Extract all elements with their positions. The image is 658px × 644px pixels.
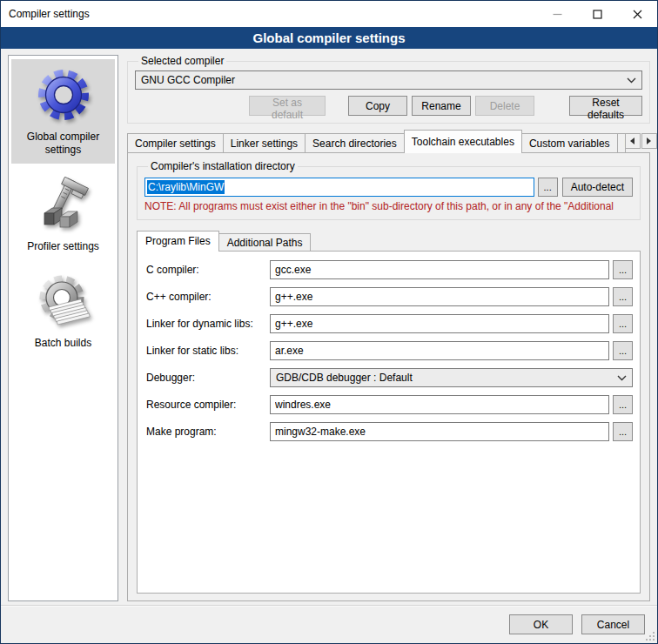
c-compiler-browse-button[interactable]: ... (613, 260, 633, 279)
chevron-down-icon (617, 375, 627, 381)
set-as-default-button[interactable]: Set as default (249, 96, 326, 116)
reset-defaults-button[interactable]: Reset defaults (569, 96, 642, 116)
field-row-make-program: Make program: ... (146, 422, 633, 441)
dialog-content: Global compiler settings (1, 49, 657, 605)
copy-button[interactable]: Copy (348, 96, 407, 116)
tab-compiler-settings[interactable]: Compiler settings (127, 133, 224, 152)
toolchain-executables-page: Compiler's installation directory C:\ray… (127, 152, 650, 601)
minimize-button[interactable] (537, 1, 577, 27)
installation-directory-input[interactable]: C:\raylib\MinGW (144, 178, 534, 197)
settings-tabs: Compiler settings Linker settings Search… (127, 129, 650, 152)
installation-directory-group-label: Compiler's installation directory (148, 160, 298, 172)
bin-subdirectory-note: NOTE: All programs must exist either in … (144, 200, 633, 212)
tab-additional-paths[interactable]: Additional Paths (218, 233, 312, 251)
maximize-icon (593, 10, 602, 19)
field-row-dynamic-linker: Linker for dynamic libs: ... (146, 314, 633, 333)
ok-button[interactable]: OK (509, 614, 573, 634)
selected-compiler-value: GNU GCC Compiler (141, 74, 621, 86)
resize-grip[interactable] (644, 630, 655, 641)
installation-directory-row: C:\raylib\MinGW ... Auto-detect (144, 178, 633, 197)
selected-compiler-group-label: Selected compiler (138, 55, 226, 67)
minimize-icon (553, 10, 562, 19)
browse-directory-button[interactable]: ... (538, 178, 558, 197)
make-program-label: Make program: (146, 426, 270, 438)
debugger-combo[interactable]: GDB/CDB debugger : Default (270, 368, 633, 387)
chevron-down-icon (627, 77, 636, 84)
rename-button[interactable]: Rename (412, 96, 471, 116)
static-linker-label: Linker for static libs: (146, 345, 270, 357)
delete-button[interactable]: Delete (475, 96, 534, 116)
field-row-static-linker: Linker for static libs: ... (146, 341, 633, 360)
c-compiler-input[interactable] (270, 260, 609, 279)
sidebar-item-profiler-settings[interactable]: Profiler settings (11, 169, 115, 260)
arrow-left-icon (630, 138, 634, 144)
dynamic-linker-label: Linker for dynamic libs: (146, 318, 270, 330)
dynamic-linker-input[interactable] (270, 314, 609, 333)
dynamic-linker-browse-button[interactable]: ... (613, 314, 633, 333)
sidebar-item-batch-builds[interactable]: Batch builds (11, 265, 115, 357)
titlebar[interactable]: Compiler settings (1, 1, 657, 27)
program-tabs: Program Files Additional Paths (137, 230, 641, 251)
sidebar-item-global-compiler-settings[interactable]: Global compiler settings (11, 59, 115, 164)
window-title: Compiler settings (1, 8, 90, 20)
resource-compiler-label: Resource compiler: (146, 399, 270, 411)
installation-directory-group: Compiler's installation directory C:\ray… (137, 160, 641, 220)
cancel-button[interactable]: Cancel (581, 614, 645, 634)
auto-detect-button[interactable]: Auto-detect (562, 178, 633, 197)
settings-category-list: Global compiler settings (8, 55, 118, 601)
caption-buttons (537, 1, 657, 27)
sidebar-item-label: Global compiler settings (13, 131, 113, 157)
cpp-compiler-input[interactable] (270, 287, 609, 306)
main-panel: Selected compiler GNU GCC Compiler Set a… (127, 55, 650, 605)
installation-directory-value: C:\raylib\MinGW (147, 180, 225, 194)
field-row-debugger: Debugger: GDB/CDB debugger : Default (146, 368, 633, 387)
close-icon (633, 10, 642, 19)
tab-toolchain-executables[interactable]: Toolchain executables (404, 130, 522, 153)
debugger-value: GDB/CDB debugger : Default (276, 372, 612, 384)
tab-linker-settings[interactable]: Linker settings (223, 133, 306, 152)
resource-compiler-input[interactable] (270, 395, 609, 414)
page-title: Global compiler settings (1, 27, 657, 49)
maximize-button[interactable] (577, 1, 617, 27)
compiler-actions-row: Set as default Copy Rename Delete Reset … (135, 96, 642, 116)
make-program-browse-button[interactable]: ... (613, 422, 633, 441)
dialog-footer: OK Cancel (1, 605, 657, 643)
field-row-resource-compiler: Resource compiler: ... (146, 395, 633, 414)
gear-batch-icon (36, 273, 91, 329)
caliper-icon (36, 177, 91, 232)
field-row-c-compiler: C compiler: ... (146, 260, 633, 279)
sidebar-item-label: Batch builds (35, 337, 91, 350)
compiler-settings-dialog: Compiler settings Global compiler settin… (0, 0, 658, 644)
selected-compiler-group: Selected compiler GNU GCC Compiler Set a… (127, 55, 650, 124)
selected-compiler-combo[interactable]: GNU GCC Compiler (135, 70, 642, 90)
gear-blue-icon (36, 67, 91, 123)
tab-custom-variables[interactable]: Custom variables (521, 133, 618, 152)
tab-scroll-left-button[interactable] (625, 133, 641, 149)
field-row-cpp-compiler: C++ compiler: ... (146, 287, 633, 306)
static-linker-input[interactable] (270, 341, 609, 360)
tab-search-directories[interactable]: Search directories (305, 133, 405, 152)
sidebar-item-label: Profiler settings (27, 240, 99, 253)
tab-scroll-right-button[interactable] (641, 133, 657, 149)
cpp-compiler-browse-button[interactable]: ... (613, 287, 633, 306)
make-program-input[interactable] (270, 422, 609, 441)
tab-scroll-buttons (625, 133, 657, 149)
close-button[interactable] (617, 1, 657, 27)
arrow-right-icon (647, 138, 651, 144)
debugger-label: Debugger: (146, 372, 270, 384)
resource-compiler-browse-button[interactable]: ... (613, 395, 633, 414)
c-compiler-label: C compiler: (146, 264, 270, 276)
static-linker-browse-button[interactable]: ... (613, 341, 633, 360)
cpp-compiler-label: C++ compiler: (146, 291, 270, 303)
program-files-page: C compiler: ... C++ compiler: ... Linker… (137, 251, 641, 594)
tab-program-files[interactable]: Program Files (137, 231, 219, 252)
